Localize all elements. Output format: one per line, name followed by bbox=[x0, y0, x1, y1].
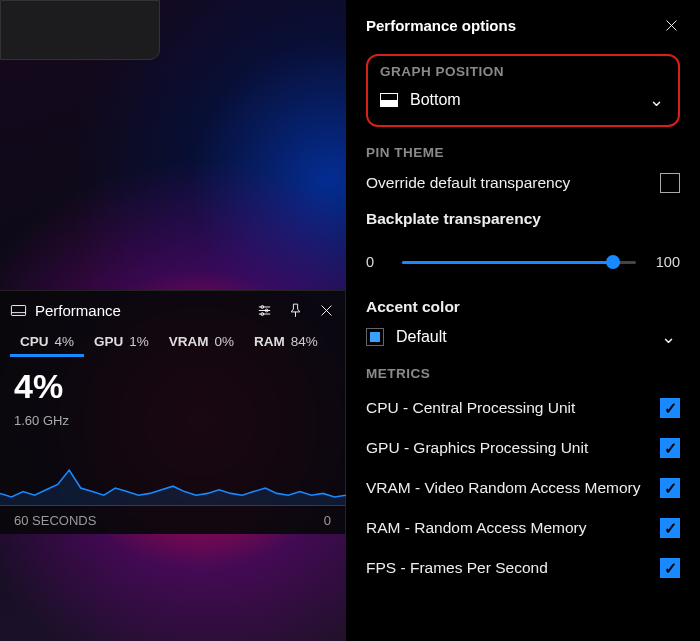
usage-sparkline bbox=[0, 434, 346, 506]
tab-ram[interactable]: RAM84% bbox=[244, 329, 328, 357]
metric-checkbox[interactable]: ✓ bbox=[660, 438, 680, 458]
chart-baseline bbox=[0, 505, 345, 506]
accent-color-dropdown[interactable]: Default ⌄ bbox=[366, 326, 680, 348]
tab-cpu[interactable]: CPU4% bbox=[10, 329, 84, 357]
metric-label: FPS - Frames Per Second bbox=[366, 559, 660, 577]
options-title: Performance options bbox=[366, 17, 663, 34]
slider-knob[interactable] bbox=[606, 255, 620, 269]
metric-tabs: CPU4%GPU1%VRAM0%RAM84% bbox=[0, 329, 345, 357]
tab-vram[interactable]: VRAM0% bbox=[159, 329, 244, 357]
backplate-transparency-label: Backplate transparency bbox=[366, 210, 680, 228]
chart-y-min: 0 bbox=[324, 513, 331, 528]
graph-position-dropdown[interactable]: Bottom ⌄ bbox=[380, 89, 668, 111]
performance-icon bbox=[10, 302, 27, 319]
graph-position-section: GRAPH POSITION Bottom ⌄ bbox=[366, 54, 680, 127]
slider-track[interactable] bbox=[402, 261, 636, 264]
graph-position-label: GRAPH POSITION bbox=[380, 64, 668, 79]
metric-checkbox[interactable]: ✓ bbox=[660, 518, 680, 538]
chevron-down-icon: ⌄ bbox=[661, 326, 676, 348]
metric-row[interactable]: GPU - Graphics Processing Unit✓ bbox=[366, 435, 680, 461]
performance-widget: Performance CPU4%GPU1%VRAM0%RAM84% 4% 1.… bbox=[0, 290, 346, 534]
metrics-label: METRICS bbox=[366, 366, 680, 381]
pin-icon[interactable] bbox=[287, 302, 304, 319]
performance-header: Performance bbox=[0, 291, 345, 329]
metric-label: VRAM - Video Random Access Memory bbox=[366, 479, 660, 497]
performance-title: Performance bbox=[35, 302, 121, 319]
metric-label: RAM - Random Access Memory bbox=[366, 519, 660, 537]
metric-checkbox[interactable]: ✓ bbox=[660, 558, 680, 578]
metric-row[interactable]: VRAM - Video Random Access Memory✓ bbox=[366, 475, 680, 501]
background-mini-card bbox=[0, 0, 160, 60]
svg-rect-0 bbox=[11, 305, 25, 315]
slider-fill bbox=[402, 261, 613, 264]
usage-chart: 60 SECONDS 0 bbox=[14, 434, 331, 528]
backplate-transparency-row: Backplate transparency bbox=[366, 206, 680, 232]
metric-row[interactable]: RAM - Random Access Memory✓ bbox=[366, 515, 680, 541]
metric-row[interactable]: CPU - Central Processing Unit✓ bbox=[366, 395, 680, 421]
chevron-down-icon: ⌄ bbox=[649, 89, 664, 111]
accent-color-section: Accent color Default ⌄ bbox=[366, 294, 680, 348]
performance-options-panel: Performance options GRAPH POSITION Botto… bbox=[346, 0, 700, 641]
metrics-section: METRICS CPU - Central Processing Unit✓GP… bbox=[366, 366, 680, 581]
slider-min: 0 bbox=[366, 254, 392, 270]
pin-theme-section: PIN THEME Override default transparency … bbox=[366, 145, 680, 276]
override-transparency-label: Override default transparency bbox=[366, 174, 660, 192]
accent-color-label: Accent color bbox=[366, 298, 680, 316]
override-transparency-checkbox[interactable] bbox=[660, 173, 680, 193]
slider-max: 100 bbox=[646, 254, 680, 270]
settings-icon[interactable] bbox=[256, 302, 273, 319]
big-metric-value: 4% bbox=[14, 369, 331, 403]
override-transparency-row[interactable]: Override default transparency bbox=[366, 170, 680, 196]
graph-position-value: Bottom bbox=[410, 91, 649, 109]
tab-gpu[interactable]: GPU1% bbox=[84, 329, 159, 357]
metric-checkbox[interactable]: ✓ bbox=[660, 398, 680, 418]
accent-swatch-icon bbox=[366, 328, 384, 346]
metric-checkbox[interactable]: ✓ bbox=[660, 478, 680, 498]
backplate-slider[interactable]: 0 100 bbox=[366, 248, 680, 276]
bottom-layout-icon bbox=[380, 93, 398, 107]
metric-label: GPU - Graphics Processing Unit bbox=[366, 439, 660, 457]
chart-x-label: 60 SECONDS bbox=[14, 513, 96, 528]
options-close-icon[interactable] bbox=[663, 17, 680, 34]
close-icon[interactable] bbox=[318, 302, 335, 319]
accent-color-value: Default bbox=[396, 328, 661, 346]
pin-theme-label: PIN THEME bbox=[366, 145, 680, 160]
metric-row[interactable]: FPS - Frames Per Second✓ bbox=[366, 555, 680, 581]
metric-label: CPU - Central Processing Unit bbox=[366, 399, 660, 417]
cpu-frequency: 1.60 GHz bbox=[14, 413, 331, 428]
